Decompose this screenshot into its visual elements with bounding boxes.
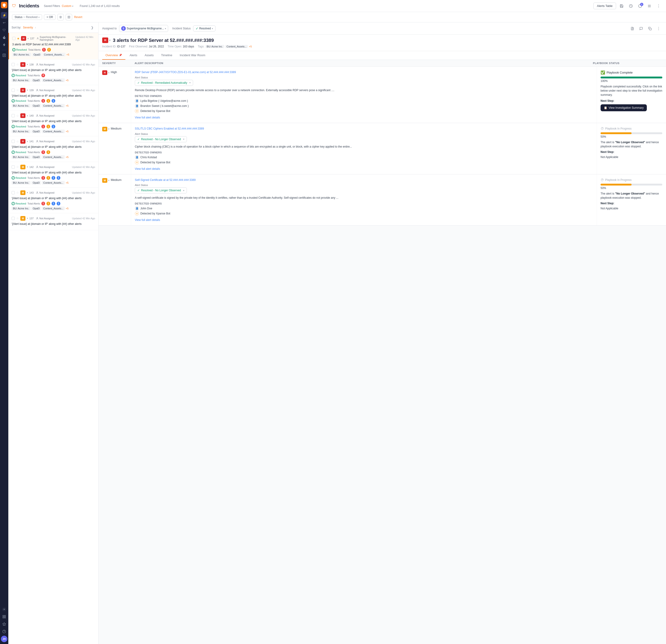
status-filter-value: Resolved — [26, 16, 37, 19]
incident-item-140[interactable]: ☆ H ▾ 140 Not Assigned Updated 42 Min Ag… — [8, 110, 98, 136]
star-icon-137[interactable]: ★ — [17, 37, 20, 40]
playbook-stopped-text-2: The alert is "No Longer Observed" and he… — [600, 140, 662, 149]
save-icon-button[interactable] — [618, 2, 625, 10]
alert-severity-chevron-1[interactable]: ▾ — [108, 71, 109, 74]
alert-title-link-3[interactable]: Self-Signed Certificate at at 52.###.###… — [135, 178, 593, 182]
alert-title-link-2[interactable]: SSL/TLS CBC Ciphers Enabled at 52.###.##… — [135, 127, 593, 131]
notification-icon-button[interactable]: 1 — [636, 2, 644, 10]
incident-item-143[interactable]: ☆ M ▾ 143 Not Assigned Updated 42 Min Ag… — [8, 188, 98, 213]
incident-item-137b[interactable]: ☆ M ▾ 137 Not Assigned Updated 42 Min Ag… — [8, 213, 98, 230]
tab-assets[interactable]: Assets — [141, 51, 157, 60]
incident-checkbox-139[interactable] — [12, 89, 15, 92]
alert-status-select-2[interactable]: ✓ Resolved - No Longer Observed ▾ — [135, 136, 187, 142]
sort-value[interactable]: Severity — [23, 26, 33, 29]
alert-status-chevron-1: ▾ — [189, 82, 191, 84]
star-icon-139[interactable]: ☆ — [16, 88, 19, 92]
or-button[interactable]: + OR — [44, 14, 55, 20]
nav-list-icon[interactable] — [1, 52, 7, 58]
detail-notes-icon[interactable] — [629, 25, 636, 32]
nav-star-icon[interactable] — [1, 621, 7, 627]
detail-more-icon[interactable]: ⋮ — [655, 25, 662, 32]
detail-copy-icon[interactable] — [646, 25, 653, 32]
xpanse-icon-1: 🔸 — [135, 109, 139, 113]
custom-filter-btn[interactable]: Custom — [62, 4, 71, 7]
view-investigation-button[interactable]: 📋 View Investigation Summary — [600, 104, 647, 111]
brand-shield-icon: 🛡 — [12, 3, 16, 8]
incident-item-139[interactable]: ☆ H ▾ 139 Not Assigned Updated 42 Min Ag… — [8, 85, 98, 111]
owner-1b: 👤 Brandon Sweet ( b.sweet@acme.com ) — [135, 104, 593, 108]
custom-chevron-icon[interactable]: ▾ — [72, 5, 73, 7]
incident-title-138: '{Alert issue} at {domain or IP' along w… — [12, 68, 95, 72]
assignee-select[interactable]: S Superlongname McBigname... ▾ — [119, 25, 168, 32]
menu-icon-button[interactable] — [646, 2, 653, 10]
star-icon-138[interactable]: ☆ — [16, 63, 19, 66]
alert-severity-chevron-3[interactable]: ▾ — [108, 179, 109, 181]
view-investigation-icon: 📋 — [604, 106, 607, 109]
more-icon-button[interactable]: ⋮ — [655, 2, 662, 10]
main-severity-badge: H — [102, 37, 108, 43]
playbook-in-progress-header-3: ⏱ Playbook In Progress — [600, 178, 662, 182]
pin-icon: 📌 — [119, 54, 122, 57]
delete-filter-icon[interactable] — [57, 14, 64, 20]
tab-alerts[interactable]: Alerts — [126, 51, 140, 60]
incident-tags-137: BU: Acme Inc. Opal3 Content_Assets... +5 — [12, 53, 95, 56]
nav-settings-icon[interactable] — [1, 606, 7, 612]
next-step-na-3: Not Applicable — [600, 207, 662, 210]
alert-status-value-1: Resolved - Remediated Automatically — [141, 81, 187, 84]
nav-alerts-icon[interactable]: ↩ — [1, 19, 7, 26]
clock-icon-button[interactable] — [627, 2, 634, 10]
columns-icon[interactable] — [66, 14, 72, 20]
view-alert-link-1[interactable]: View full alert details — [135, 116, 160, 119]
incident-item-141[interactable]: ☆ H ▾ 141 Not Assigned Updated 42 Min Ag… — [8, 136, 98, 162]
alert-severity-3: M ▾ — [102, 178, 109, 183]
collapse-panel-button[interactable]: ❯ — [89, 25, 95, 30]
nav-lightning-icon[interactable] — [1, 42, 7, 48]
main-severity-chevron[interactable]: ▾ — [109, 39, 110, 42]
progress-pct-3: 50% — [600, 187, 662, 190]
nav-shield-icon[interactable]: 🛡 — [1, 27, 7, 33]
svg-point-18 — [37, 115, 38, 116]
alert-count-red-137: 1 — [42, 48, 46, 52]
progress-bar-1 — [600, 76, 662, 79]
assignee-138: Not Assigned — [36, 63, 54, 66]
next-step-label-1: Next Step: — [600, 99, 662, 103]
sort-direction-icon[interactable]: ↑ — [35, 26, 36, 29]
severity-indicator: H ▾ — [102, 37, 110, 43]
svg-point-17 — [37, 89, 38, 90]
assignee-avatar: S — [121, 26, 126, 31]
tab-overview[interactable]: Overview 📌 — [102, 51, 125, 60]
status-filter-chip[interactable]: Status = Resolved ▾ — [12, 14, 42, 20]
tab-incident-war-room[interactable]: Incident War Room — [176, 51, 209, 60]
alert-status-select-3[interactable]: ✓ Resolved - No Longer Observed ▾ — [135, 187, 187, 193]
nav-incidents-icon[interactable]: ⚡ — [1, 12, 7, 18]
revert-button[interactable]: Revert — [74, 16, 82, 19]
nav-avatar[interactable]: JH — [1, 636, 7, 642]
nav-grid-icon[interactable] — [1, 613, 7, 620]
nav-fire-icon[interactable] — [1, 34, 7, 41]
detail-comment-icon[interactable] — [637, 25, 645, 32]
page-title: Incidents — [19, 3, 39, 8]
incident-meta: Incident ID: ID-137 First Observed: Jul … — [102, 45, 662, 48]
incident-status-select[interactable]: ✓ Resolved ▾ — [193, 25, 215, 32]
view-alert-link-2[interactable]: View full alert details — [135, 167, 160, 171]
incident-item-137[interactable]: ★ H ▾ 137 Superlong McBigname-Namingham … — [8, 33, 98, 59]
tab-timeline[interactable]: Timeline — [158, 51, 176, 60]
alert-row-3: M ▾ Medium Self-Signed Certificate at at… — [99, 174, 666, 226]
incident-checkbox-138[interactable] — [12, 63, 15, 66]
view-alert-link-3[interactable]: View full alert details — [135, 219, 160, 222]
incident-item-142[interactable]: ☆ M ▾ 142 Not Assigned Updated 42 Min Ag… — [8, 162, 98, 188]
detail-tabs: Overview 📌 Alerts Assets Timeline Incide… — [99, 51, 666, 60]
alert-severity-chevron-2[interactable]: ▾ — [108, 128, 109, 130]
list-header: Sort by: Severity ↑ ❯ — [8, 22, 98, 33]
col-playbook-header: PLAYBOOK STATUS — [593, 62, 662, 65]
nav-help-icon[interactable] — [1, 628, 7, 635]
alert-status-select-1[interactable]: ✓ Resolved - Remediated Automatically ▾ — [135, 80, 193, 86]
svg-point-22 — [37, 217, 38, 218]
tags-meta: Tags: BU: Acme Inc. Content_Assets... +5 — [198, 45, 252, 48]
incident-checkbox-137[interactable] — [12, 37, 16, 40]
playbook-complete-header-1: ✅ Playbook Complete — [600, 70, 662, 75]
incident-item-138[interactable]: ☆ H ▾ 138 Not Assigned Updated 42 Min Ag… — [8, 59, 98, 85]
alert-title-link-1[interactable]: RDP Server (F55P-J4X7XSYTOO.ZDS-E1-01.ac… — [135, 70, 593, 74]
incident-title-137: 3 alerts on RDP Server at 52.###.###.###… — [12, 42, 95, 47]
alerts-table-button[interactable]: Alerts Table — [593, 2, 616, 9]
